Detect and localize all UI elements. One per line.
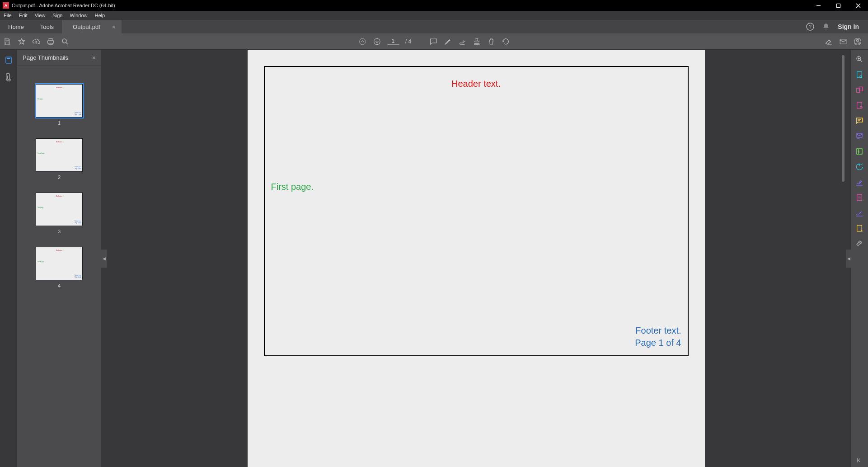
svg-point-23	[860, 75, 862, 78]
maximize-button[interactable]	[828, 0, 848, 11]
help-icon[interactable]: ?	[806, 23, 814, 31]
page-header-text: Header text.	[265, 79, 688, 89]
request-sign-icon[interactable]	[855, 132, 863, 140]
tabs-row: Home Tools Output.pdf × ? Sign In	[0, 20, 868, 33]
menu-bar: File Edit View Sign Window Help	[0, 11, 868, 20]
collapse-right-icon[interactable]: ◀	[846, 250, 851, 268]
comment-tool-icon[interactable]	[855, 117, 863, 125]
tools-rail: ◀	[851, 50, 868, 467]
window-title: Output.pdf - Adobe Acrobat Reader DC (64…	[12, 3, 115, 8]
delete-icon[interactable]	[487, 38, 495, 46]
organize-icon[interactable]	[855, 193, 863, 202]
menu-sign[interactable]: Sign	[49, 13, 66, 18]
svg-text:?: ?	[809, 24, 812, 29]
svg-rect-10	[840, 39, 846, 44]
page-total-label: / 4	[405, 38, 411, 45]
thumbnails-title: Page Thumbnails	[23, 54, 68, 61]
fill-sign-icon[interactable]	[855, 178, 863, 186]
send-comments-icon[interactable]	[855, 224, 863, 232]
edit-pdf-icon[interactable]	[855, 101, 863, 109]
save-icon[interactable]	[0, 38, 14, 46]
thumbnails-rail-icon[interactable]	[5, 56, 13, 64]
tab-document-label: Output.pdf	[73, 24, 100, 30]
thumbnail-label: 3	[58, 229, 61, 234]
thumbnails-list: Header text.First page.Footer text.Page …	[17, 76, 101, 467]
print-icon[interactable]	[43, 38, 58, 46]
next-page-icon[interactable]	[373, 38, 381, 46]
content-area: Page Thumbnails × Header text.First page…	[0, 50, 868, 467]
thumbnail-page[interactable]: Header text.Second page.Footer text.Page…	[17, 138, 101, 180]
pdf-page: Header text. First page. Footer text. Pa…	[248, 50, 705, 467]
thumbnail-page[interactable]: Header text.Third page.Footer text.Page …	[17, 193, 101, 234]
menu-window[interactable]: Window	[66, 13, 91, 18]
create-pdf-icon[interactable]	[855, 71, 863, 79]
svg-point-9	[374, 38, 380, 45]
draw-icon[interactable]	[458, 38, 466, 46]
thumbnail-label: 2	[58, 175, 61, 180]
zoom-icon[interactable]	[855, 55, 863, 63]
svg-point-8	[359, 38, 366, 45]
star-icon[interactable]	[14, 38, 29, 46]
comment-icon[interactable]	[429, 38, 437, 46]
navigation-rail	[0, 50, 17, 467]
rotate-icon[interactable]	[502, 38, 510, 46]
svg-rect-17	[7, 58, 10, 59]
bell-icon[interactable]	[822, 23, 830, 30]
minimize-button[interactable]	[808, 0, 828, 11]
window-titlebar: A Output.pdf - Adobe Acrobat Reader DC (…	[0, 0, 868, 11]
close-tab-icon[interactable]: ×	[112, 24, 116, 30]
erase-icon[interactable]	[825, 38, 833, 46]
close-thumbnails-icon[interactable]: ×	[92, 54, 96, 61]
stamp-icon[interactable]	[473, 38, 481, 46]
tab-document[interactable]: Output.pdf ×	[62, 20, 122, 33]
menu-help[interactable]: Help	[91, 13, 109, 18]
thumbnail-page[interactable]: Header text.Fourth page.Footer text.Page…	[17, 247, 101, 288]
attachments-rail-icon[interactable]	[5, 73, 13, 81]
compress-icon[interactable]	[855, 147, 863, 156]
collapse-left-icon[interactable]: ◀	[101, 250, 107, 268]
thumbnail-label: 4	[58, 283, 61, 288]
profile-icon[interactable]	[854, 38, 862, 46]
vertical-scrollbar[interactable]	[842, 55, 845, 182]
thumbnail-label: 1	[58, 120, 61, 126]
tab-tools[interactable]: Tools	[32, 20, 62, 33]
more-tools-icon[interactable]	[855, 240, 863, 248]
svg-rect-22	[857, 71, 862, 78]
highlight-icon[interactable]	[444, 38, 452, 46]
page-body-text: First page.	[271, 182, 314, 192]
menu-view[interactable]: View	[31, 13, 49, 18]
cloud-upload-icon[interactable]	[29, 38, 43, 46]
combine-icon[interactable]	[855, 86, 863, 94]
svg-point-6	[62, 39, 66, 43]
svg-rect-16	[6, 57, 11, 63]
page-footer-text: Footer text. Page 1 of 4	[635, 325, 681, 349]
thumbnails-panel: Page Thumbnails × Header text.First page…	[17, 50, 101, 467]
svg-line-7	[66, 42, 68, 44]
email-icon[interactable]	[839, 38, 847, 46]
close-window-button[interactable]	[848, 0, 868, 11]
thumbnail-page[interactable]: Header text.First page.Footer text.Page …	[17, 84, 101, 126]
document-viewport[interactable]: ◀ Header text. First page. Footer text. …	[101, 50, 851, 467]
sign-in-button[interactable]: Sign In	[838, 23, 859, 30]
export-icon[interactable]	[855, 163, 863, 171]
sign-tool-icon[interactable]	[855, 209, 863, 217]
toolbar: / 4	[0, 33, 868, 50]
svg-line-19	[860, 60, 862, 62]
menu-edit[interactable]: Edit	[15, 13, 31, 18]
app-icon: A	[3, 2, 9, 9]
svg-rect-1	[836, 4, 840, 7]
svg-rect-30	[857, 133, 862, 137]
expand-rail-icon[interactable]	[856, 457, 863, 463]
page-number-input[interactable]	[387, 38, 399, 45]
menu-file[interactable]: File	[0, 13, 15, 18]
search-icon[interactable]	[58, 38, 72, 46]
prev-page-icon[interactable]	[358, 38, 366, 46]
svg-point-12	[857, 39, 859, 42]
tab-home[interactable]: Home	[0, 20, 32, 33]
